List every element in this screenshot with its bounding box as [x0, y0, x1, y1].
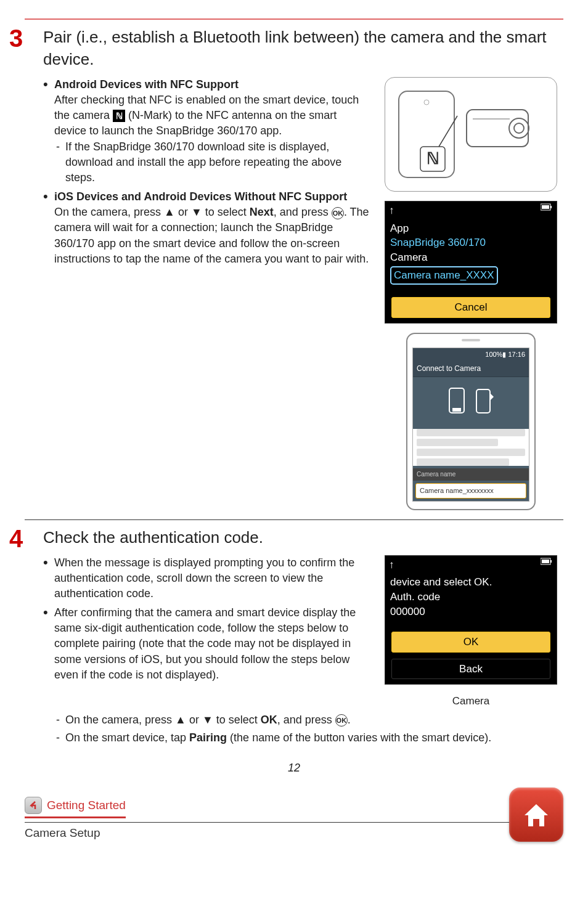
svg-rect-10 — [542, 205, 549, 209]
step-4-title: Check the authentication code. — [43, 526, 563, 548]
ok-icon: OK — [335, 714, 348, 727]
phone-mockup: 100%▮ 17:16 Connect to Camera — [406, 333, 536, 511]
svg-rect-16 — [542, 560, 549, 563]
lcd-app-name: SnapBridge 360/170 — [390, 235, 552, 250]
battery-icon — [541, 558, 553, 572]
battery-icon — [541, 203, 553, 218]
lcd-app-label: App — [390, 221, 552, 236]
svg-rect-13 — [452, 408, 461, 412]
footer-link[interactable]: Getting Started — [47, 797, 126, 814]
svg-rect-14 — [476, 389, 490, 413]
lcd-camera-label: Camera — [390, 250, 552, 265]
return-icon[interactable] — [25, 797, 42, 814]
step-4: 4 Check the authentication code. When th… — [25, 519, 563, 748]
camera-lcd-pairing: ↑ App SnapBridge 360/170 Camera Camera n… — [385, 201, 557, 324]
home-button[interactable] — [509, 788, 563, 842]
camera-lcd-auth: ↑ device and select OK. Auth. code 00000… — [385, 555, 557, 685]
nfc-dash-1: If the SnapBridge 360/170 download site … — [65, 139, 371, 186]
auth-bullet-2: After confirming that the camera and sma… — [54, 605, 371, 683]
phone-camera-label: Camera name — [413, 468, 529, 481]
camera-caption: Camera — [378, 694, 563, 709]
footer: Getting Started Camera Setup — [25, 788, 563, 842]
dash-smart-pairing: On the smart device, tap Pairing (the na… — [65, 730, 563, 746]
ios-no-nfc-text: On the camera, press ▲ or ▼ to select Ne… — [54, 206, 369, 265]
svg-rect-17 — [550, 560, 552, 563]
ios-no-nfc-title: iOS Devices and Android Devices Without … — [54, 190, 347, 203]
svg-rect-2 — [467, 110, 528, 147]
auth-bullet-1: When the message is displayed prompting … — [54, 555, 371, 602]
step-3: 3 Pair (i.e., establish a Bluetooth link… — [25, 18, 563, 510]
android-nfc-item: Android Devices with NFC Support After c… — [54, 77, 371, 185]
svg-text:ℕ: ℕ — [427, 149, 439, 168]
footer-section: Camera Setup — [25, 823, 509, 842]
svg-point-1 — [424, 100, 429, 105]
ios-no-nfc-item: iOS Devices and Android Devices Without … — [54, 189, 371, 267]
lcd-back-button[interactable]: Back — [391, 659, 550, 680]
lcd-ok-button[interactable]: OK — [391, 632, 550, 653]
nfc-figure: ℕ — [385, 77, 557, 192]
lcd-cancel-button[interactable]: Cancel — [391, 297, 550, 318]
step-number-4: 4 — [9, 526, 43, 551]
n-mark-icon: ℕ — [113, 110, 125, 122]
svg-point-3 — [509, 118, 529, 138]
ok-icon: OK — [332, 207, 344, 219]
lcd-auth-line1: device and select OK. — [390, 575, 552, 590]
arrow-up-icon: ↑ — [389, 203, 394, 218]
arrow-up-icon: ↑ — [389, 558, 394, 572]
dash-camera-ok: On the camera, press ▲ or ▼ to select OK… — [65, 712, 563, 728]
svg-point-4 — [514, 123, 524, 133]
svg-rect-11 — [550, 206, 552, 208]
lcd-auth-code: 000000 — [390, 605, 552, 619]
step-number-3: 3 — [9, 26, 43, 51]
lcd-auth-line2: Auth. code — [390, 590, 552, 605]
step-3-title: Pair (i.e., establish a Bluetooth link b… — [43, 26, 563, 71]
phone-app-title: Connect to Camera — [413, 361, 529, 377]
android-nfc-title: Android Devices with NFC Support — [54, 78, 239, 91]
lcd-camera-name: Camera name_XXXX — [390, 266, 498, 285]
android-nfc-text: After checking that NFC is enabled on th… — [54, 94, 359, 137]
phone-camera-name[interactable]: Camera name_xxxxxxxx — [415, 483, 526, 499]
page-number: 12 — [25, 760, 563, 776]
